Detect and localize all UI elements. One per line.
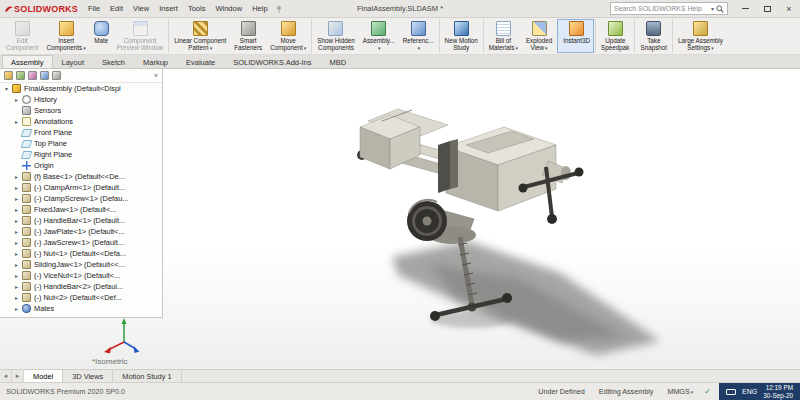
maximize-button[interactable] bbox=[756, 0, 778, 17]
ribbon-tab[interactable]: MBD bbox=[321, 55, 356, 68]
document-tab[interactable]: Motion Study 1 bbox=[113, 370, 181, 382]
menu-item[interactable]: Help bbox=[247, 1, 272, 16]
definition-status: Under Defined bbox=[531, 387, 591, 396]
ribbon-button[interactable]: Show Hidden Components bbox=[311, 19, 358, 53]
system-clock[interactable]: 12:19 PM 30-Sep-20 bbox=[763, 384, 793, 399]
ribbon-button[interactable]: Update Speedpak bbox=[595, 19, 633, 53]
tree-expand-arrow-icon[interactable] bbox=[15, 119, 22, 125]
ribbon-button-label-line1: Smart bbox=[240, 37, 257, 44]
tree-item[interactable]: (-) Nut<1> (Default<<Defa... bbox=[0, 248, 162, 259]
tree-item[interactable]: Right Plane bbox=[0, 149, 162, 160]
tree-expand-arrow-icon[interactable] bbox=[15, 97, 22, 103]
ribbon-button[interactable]: Take Snapshot bbox=[634, 19, 671, 53]
panel-tab-icon[interactable] bbox=[52, 71, 61, 80]
help-search-input[interactable]: Search SOLIDWORKS Help ▾ bbox=[610, 2, 728, 15]
close-button[interactable]: × bbox=[778, 0, 800, 17]
tab-scroll-left-icon[interactable]: ◂ bbox=[0, 370, 12, 382]
tree-expand-arrow-icon[interactable] bbox=[15, 229, 22, 235]
tree-item[interactable]: (-) Nut<2> (Default<<Def... bbox=[0, 292, 162, 303]
ribbon-button-label-line1: Edit bbox=[17, 37, 28, 44]
unit-system-selector[interactable]: MMGS▾ bbox=[660, 387, 700, 396]
tree-expand-arrow-icon[interactable] bbox=[15, 207, 22, 213]
pin-menu-icon[interactable] bbox=[275, 5, 283, 13]
tree-expand-arrow-icon[interactable] bbox=[15, 218, 22, 224]
ribbon-tab[interactable]: Sketch bbox=[93, 55, 134, 68]
ribbon-tab[interactable]: SOLIDWORKS Add-Ins bbox=[224, 55, 320, 68]
tree-item[interactable]: (-) HandleBar<2> (Defaul... bbox=[0, 281, 162, 292]
menu-item[interactable]: View bbox=[128, 1, 154, 16]
ribbon-button[interactable]: Assembly... bbox=[359, 19, 399, 53]
tree-item[interactable]: History bbox=[0, 94, 162, 105]
tree-expand-arrow-icon[interactable] bbox=[5, 86, 12, 92]
tree-item[interactable]: Front Plane bbox=[0, 127, 162, 138]
ribbon-button[interactable]: Mate bbox=[90, 19, 113, 53]
product-version-label: SOLIDWORKS Premium 2020 SP0.0 bbox=[0, 387, 131, 396]
tree-item-icon bbox=[21, 151, 33, 159]
ribbon-button-label-line2 bbox=[377, 44, 381, 52]
tree-item[interactable]: (-) ClampScrew<1> (Defau... bbox=[0, 193, 162, 204]
panel-tab-icon[interactable] bbox=[4, 71, 13, 80]
language-indicator[interactable]: ENG bbox=[742, 388, 757, 395]
ribbon-tab[interactable]: Layout bbox=[53, 55, 94, 68]
tree-expand-arrow-icon[interactable] bbox=[15, 306, 22, 312]
tree-expand-arrow-icon[interactable] bbox=[15, 295, 22, 301]
tree-item[interactable]: (-) HandleBar<1> (Default... bbox=[0, 215, 162, 226]
ribbon-button[interactable]: Component Preview Window bbox=[113, 19, 168, 53]
tree-item[interactable]: SlidingJaw<1> (Default<<... bbox=[0, 259, 162, 270]
tab-scroll-right-icon[interactable]: ▸ bbox=[12, 370, 24, 382]
touch-keyboard-icon[interactable] bbox=[726, 389, 736, 395]
ribbon-button[interactable]: New Motion Study bbox=[439, 19, 482, 53]
tree-item[interactable]: (-) JawScrew<1> (Default... bbox=[0, 237, 162, 248]
tree-item[interactable]: (-) ClampArm<1> (Default... bbox=[0, 182, 162, 193]
ribbon-button[interactable]: Exploded View bbox=[522, 19, 556, 53]
menu-item[interactable]: Tools bbox=[183, 1, 211, 16]
tree-expand-arrow-icon[interactable] bbox=[15, 284, 22, 290]
ribbon-button-icon bbox=[454, 21, 469, 36]
ribbon-tab[interactable]: Evaluate bbox=[177, 55, 224, 68]
ribbon-button[interactable]: Referenc... bbox=[399, 19, 438, 53]
tree-item[interactable]: Origin bbox=[0, 160, 162, 171]
tree-expand-arrow-icon[interactable] bbox=[15, 251, 22, 257]
tree-expand-arrow-icon[interactable] bbox=[15, 273, 22, 279]
graphics-area[interactable]: *Isometric » FinalAssembly (Default<Disp… bbox=[0, 69, 800, 369]
menu-item[interactable]: Window bbox=[210, 1, 247, 16]
tree-item[interactable]: (-) ViceNut<1> (Default<... bbox=[0, 270, 162, 281]
tree-item[interactable]: FinalAssembly (Default<Displ bbox=[0, 83, 162, 94]
ribbon-button[interactable]: Smart Fasteners bbox=[230, 19, 266, 53]
ribbon-button[interactable]: Instant3D bbox=[557, 19, 594, 53]
tree-expand-arrow-icon[interactable] bbox=[15, 262, 22, 268]
document-tab[interactable]: 3D Views bbox=[63, 370, 113, 382]
tree-item[interactable]: Annotations bbox=[0, 116, 162, 127]
tree-item-label: Sensors bbox=[34, 106, 61, 115]
panel-tab-icon[interactable] bbox=[16, 71, 25, 80]
ribbon-button[interactable]: Bill of Materials bbox=[483, 19, 522, 53]
panel-tab-icon[interactable] bbox=[40, 71, 49, 80]
document-tab[interactable]: Model bbox=[24, 370, 63, 382]
tree-item[interactable]: (f) Base<1> (Default<<De... bbox=[0, 171, 162, 182]
ribbon-tab[interactable]: Markup bbox=[134, 55, 177, 68]
tree-expand-arrow-icon[interactable] bbox=[15, 185, 22, 191]
tree-expand-arrow-icon[interactable] bbox=[15, 196, 22, 202]
ribbon-tab[interactable]: Assembly bbox=[2, 55, 53, 68]
tree-item[interactable]: Top Plane bbox=[0, 138, 162, 149]
tree-expand-arrow-icon[interactable] bbox=[15, 174, 22, 180]
tree-expand-arrow-icon[interactable] bbox=[15, 240, 22, 246]
panel-tab-icon[interactable] bbox=[28, 71, 37, 80]
menu-item[interactable]: File bbox=[83, 1, 105, 16]
tree-item[interactable]: FixedJaw<1> (Default<... bbox=[0, 204, 162, 215]
ribbon-button[interactable]: Large Assembly Settings bbox=[672, 19, 727, 53]
ribbon-button[interactable]: Edit Component bbox=[2, 19, 43, 53]
ribbon-button[interactable]: Move Component bbox=[266, 19, 310, 53]
minimize-button[interactable] bbox=[734, 0, 756, 17]
panel-overflow-chevron-icon[interactable]: » bbox=[154, 72, 158, 79]
search-scope-chevron-icon[interactable]: ▾ bbox=[711, 5, 714, 12]
tree-item[interactable]: Sensors bbox=[0, 105, 162, 116]
tree-item[interactable]: Mates bbox=[0, 303, 162, 314]
tree-item[interactable]: (-) JawPlate<1> (Default<... bbox=[0, 226, 162, 237]
menu-item[interactable]: Insert bbox=[154, 1, 183, 16]
ribbon-button[interactable]: Insert Components bbox=[43, 19, 90, 53]
ribbon-button[interactable]: Linear Component Pattern bbox=[168, 19, 230, 53]
editing-mode-status: Editing Assembly bbox=[592, 387, 661, 396]
menu-item[interactable]: Edit bbox=[105, 1, 128, 16]
search-icon[interactable] bbox=[716, 5, 724, 13]
